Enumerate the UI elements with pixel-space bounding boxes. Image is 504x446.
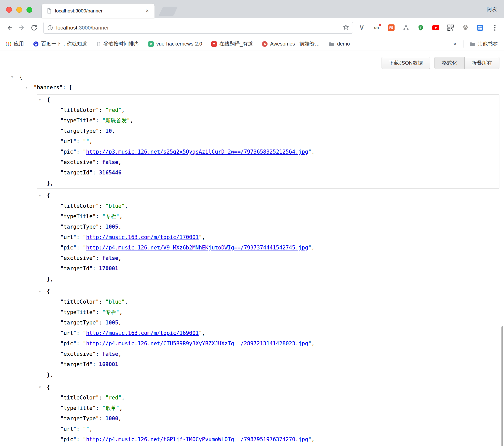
json-row: "titleColor": "blue", <box>37 201 499 211</box>
json-link[interactable]: http://p4.music.126.net/V9-MXz6b2MNhEKju… <box>86 245 308 251</box>
view-toggle-group: 格式化 折叠所有 <box>435 57 499 69</box>
json-link[interactable]: http://music.163.com/m/topic/169001 <box>86 330 199 336</box>
bookmark-label: Awesomes - 前端资… <box>270 40 320 47</box>
back-button[interactable] <box>4 22 16 34</box>
youtube-icon[interactable] <box>431 23 440 32</box>
collapse-toggle-icon[interactable]: ▼ <box>11 72 13 82</box>
json-row: "titleColor": "red", <box>37 393 499 403</box>
json-row: "targetType": 1005, <box>37 222 499 232</box>
minimize-window-button[interactable] <box>16 7 22 13</box>
zoom-window-button[interactable] <box>26 7 32 13</box>
collapse-toggle-icon[interactable]: ▼ <box>39 95 41 105</box>
bookmark-baidu[interactable]: 百度一下，你就知道 <box>33 40 87 47</box>
translate-icon[interactable]: en <box>372 23 381 32</box>
green-shield-icon[interactable] <box>416 23 425 32</box>
page-icon <box>96 41 101 47</box>
json-link[interactable]: http://p3.music.126.net/s25q2x5QyqsAzilC… <box>86 149 308 155</box>
json-link[interactable]: http://p4.music.126.net/CTU5B9R9y3XyYBZX… <box>86 340 308 347</box>
new-tab-button[interactable] <box>159 7 178 16</box>
bookmark-label: 应用 <box>14 40 24 47</box>
bookmark-folder-demo[interactable]: demo <box>329 41 350 47</box>
bookmark-google-sort[interactable]: 谷歌按时间排序 <box>96 40 139 47</box>
tab-title: localhost:3000/banner <box>55 8 145 14</box>
bookmark-awesomes[interactable]: A Awesomes - 前端资… <box>262 40 320 47</box>
download-json-button[interactable]: 下载JSON数据 <box>382 57 430 69</box>
fe-icon[interactable]: FE <box>387 23 396 32</box>
json-row: "targetType": 1005, <box>37 318 499 328</box>
json-row: "pic": "http://p4.music.126.net/V9-MXz6b… <box>37 243 499 253</box>
collapse-toggle-icon[interactable]: ▼ <box>39 382 41 393</box>
bookmark-star-icon[interactable] <box>343 24 349 32</box>
folder-icon <box>469 42 475 46</box>
browser-tab[interactable]: localhost:3000/banner × <box>42 4 155 18</box>
profile-name[interactable]: 阿发 <box>487 6 497 13</box>
collapse-all-button[interactable]: 折叠所有 <box>464 57 499 69</box>
close-window-button[interactable] <box>6 7 12 13</box>
json-row: ▼{ <box>37 95 499 105</box>
json-row: "pic": "http://p4.music.126.net/CTU5B9R9… <box>37 338 499 349</box>
json-row: "typeTitle": "专栏", <box>37 211 499 222</box>
json-row: }, <box>37 274 499 284</box>
json-row: "exclusive": false, <box>37 157 499 168</box>
json-row: "exclusive": false, <box>37 253 499 263</box>
json-row: "targetType": 10, <box>37 126 499 136</box>
json-row: "url": "", <box>37 136 499 147</box>
bookmark-youdao[interactable]: Y 在线翻译_有道 <box>211 40 253 47</box>
browser-menu-icon[interactable] <box>490 23 499 32</box>
scrollbar-thumb[interactable] <box>501 326 503 446</box>
extension-area: V en FE <box>357 23 500 32</box>
json-array-item: ▼{"titleColor": "red","typeTitle": "歌单",… <box>37 382 499 446</box>
json-array-item: ▼{"titleColor": "blue","typeTitle": "专栏"… <box>37 286 499 380</box>
bookmarks-overflow-chevron[interactable]: » <box>453 41 456 47</box>
reload-button[interactable] <box>28 22 40 34</box>
json-row: "url": "http://music.163.com/m/topic/170… <box>37 232 499 243</box>
bookmark-other-bookmarks[interactable]: 其他书签 <box>469 40 498 47</box>
page-content: 下载JSON数据 格式化 折叠所有 ▼{▼"banners": [▼{"titl… <box>0 51 504 446</box>
youdao-icon: Y <box>211 41 217 47</box>
format-button[interactable]: 格式化 <box>435 57 465 69</box>
url-path: :3000/banner <box>77 25 109 31</box>
page-favicon-icon <box>46 8 52 14</box>
baidu-paw-icon <box>33 41 39 47</box>
url-text[interactable]: localhost:3000/banner <box>56 25 109 31</box>
folder-icon <box>329 42 334 46</box>
bookmark-label: 谷歌按时间排序 <box>103 40 139 47</box>
json-row: "targetId": 169001 <box>37 359 499 370</box>
json-row: ▼{ <box>37 190 499 201</box>
json-row: "typeTitle": "歌单", <box>37 403 499 413</box>
org-icon[interactable] <box>401 23 411 32</box>
bookmark-label: 其他书签 <box>478 40 498 47</box>
json-row: }, <box>37 178 499 188</box>
json-row: "titleColor": "blue", <box>37 297 499 307</box>
json-row: ▼{ <box>37 286 499 297</box>
address-bar[interactable]: localhost:3000/banner <box>43 22 353 34</box>
blue-grid-icon[interactable] <box>475 23 485 32</box>
json-link[interactable]: http://p4.music.126.net/tGPljf-IMOCyPvum… <box>86 436 308 442</box>
bookmark-vue-hackernews[interactable]: V vue-hackernews-2.0 <box>148 41 202 47</box>
bookmark-label: 在线翻译_有道 <box>219 40 253 47</box>
json-link[interactable]: http://music.163.com/m/topic/170001 <box>86 234 199 240</box>
tab-close-icon[interactable]: × <box>145 8 150 14</box>
apps-grid-icon <box>6 41 11 47</box>
json-row: "typeTitle": "新碟首发", <box>37 115 499 126</box>
bookmark-label: demo <box>337 41 350 47</box>
json-row: "exclusive": false, <box>37 349 499 359</box>
bookmarks-divider <box>464 40 464 48</box>
collapse-toggle-icon[interactable]: ▼ <box>39 286 41 297</box>
vimium-icon[interactable]: V <box>357 23 366 32</box>
json-row: "typeTitle": "专栏", <box>37 307 499 318</box>
json-row: ▼"banners": [ <box>0 82 504 93</box>
back-arrow-icon <box>6 24 13 31</box>
collapse-toggle-icon[interactable]: ▼ <box>25 82 27 93</box>
vue-icon: V <box>148 41 154 47</box>
collapse-toggle-icon[interactable]: ▼ <box>39 190 41 201</box>
page-info-icon[interactable] <box>47 25 53 31</box>
json-tree: ▼{▼"banners": [▼{"titleColor": "red","ty… <box>0 72 504 446</box>
bookmark-apps[interactable]: 应用 <box>6 40 24 47</box>
json-row: "url": "", <box>37 424 499 434</box>
bookmark-label: 百度一下，你就知道 <box>41 40 87 47</box>
qr-code-icon[interactable] <box>446 23 455 32</box>
json-row: "targetId": 170001 <box>37 263 499 274</box>
forward-button[interactable] <box>16 22 28 34</box>
paw-icon[interactable] <box>461 23 470 32</box>
